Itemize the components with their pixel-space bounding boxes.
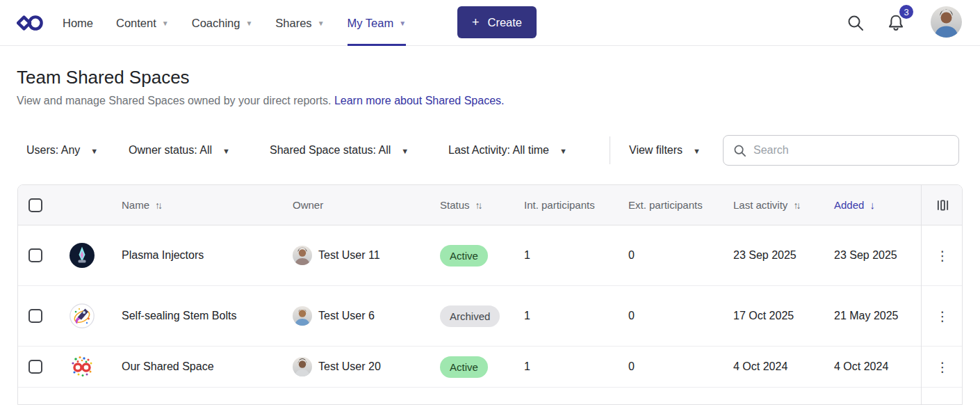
int-participants-value: 1 (524, 360, 530, 372)
chevron-down-icon: ▼ (318, 19, 325, 27)
sort-icon[interactable]: ↑↓ (475, 200, 483, 211)
person-icon (293, 306, 312, 326)
filter-last-activity-label: Last Activity: All time (448, 144, 549, 157)
user-avatar[interactable] (931, 6, 962, 38)
filter-owner-status-dropdown[interactable]: Owner status: All ▼ (129, 135, 230, 166)
added-value: 4 Oct 2024 (834, 360, 888, 373)
chevron-down-icon: ▼ (401, 146, 409, 155)
space-icon-confetti-infinity (70, 354, 95, 379)
space-name: Plasma Injectors (122, 249, 204, 262)
filter-users-dropdown[interactable]: Users: Any ▼ (26, 135, 98, 166)
last-activity-value: 23 Sep 2025 (733, 249, 797, 262)
nav-item-home[interactable]: Home (63, 0, 93, 46)
row-checkbox[interactable] (28, 360, 42, 374)
nav-item-shares[interactable]: Shares ▼ (275, 0, 324, 46)
space-icon-plasma-orb (70, 243, 95, 268)
space-name: Our Shared Space (122, 360, 214, 373)
row-actions-menu-icon[interactable]: ⋮ (936, 310, 949, 323)
notification-count-badge[interactable]: 3 (898, 3, 915, 20)
column-settings-icon[interactable] (936, 199, 949, 212)
row-checkbox[interactable] (28, 248, 42, 262)
ext-participants-value: 0 (628, 360, 635, 372)
chevron-down-icon: ▼ (245, 19, 252, 27)
filter-last-activity-dropdown[interactable]: Last Activity: All time ▼ (448, 135, 567, 166)
nav-my-team-label: My Team (348, 17, 394, 30)
nav-item-coaching[interactable]: Coaching ▼ (192, 0, 253, 46)
plus-icon: + (472, 15, 480, 30)
column-header-status[interactable]: Status (440, 199, 470, 211)
person-icon (931, 6, 962, 38)
create-button[interactable]: + Create (457, 6, 537, 38)
team-shared-spaces-page: Home Content ▼ Coaching ▼ Shares ▼ My Te… (0, 0, 980, 405)
page-subtitle: View and manage Shared Spaces owned by y… (17, 95, 504, 107)
owner-name: Test User 6 (318, 310, 375, 322)
filter-owner-status-label: Owner status: All (129, 144, 212, 157)
search-icon (733, 144, 746, 157)
nav-coaching-label: Coaching (192, 17, 240, 30)
person-icon (293, 357, 312, 376)
table-row[interactable]: Our Shared Space Test User 20 Active 1 0… (18, 347, 962, 388)
column-header-int-participants: Int. participants (524, 199, 595, 211)
brand-logo-icon[interactable] (17, 11, 44, 35)
table-row[interactable]: Self-sealing Stem Bolts Test User 6 Arch… (18, 286, 962, 347)
chevron-down-icon: ▼ (560, 146, 567, 155)
owner-name: Test User 20 (318, 360, 381, 373)
ext-participants-value: 0 (628, 249, 635, 261)
owner-name: Test User 11 (318, 249, 380, 262)
added-value: 23 Sep 2025 (834, 249, 897, 262)
chevron-down-icon: ▼ (162, 19, 169, 27)
table-search-box (723, 135, 959, 166)
column-header-owner: Owner (293, 199, 323, 211)
filter-space-status-label: Shared Space status: All (270, 144, 391, 157)
subtitle-text: View and manage Shared Spaces owned by y… (17, 95, 331, 106)
sort-icon[interactable]: ↑↓ (793, 200, 801, 211)
shared-spaces-table: Name ↑↓ Owner Status ↑↓ Int. participant… (17, 184, 963, 405)
global-search-button[interactable] (842, 9, 869, 37)
row-actions-menu-icon[interactable]: ⋮ (936, 360, 949, 374)
int-participants-value: 1 (524, 249, 530, 261)
view-filters-dropdown[interactable]: View filters ▼ (629, 135, 701, 166)
column-header-last-activity[interactable]: Last activity (733, 199, 787, 211)
row-actions-menu-icon[interactable]: ⋮ (936, 249, 949, 262)
status-badge: Active (440, 356, 488, 378)
select-all-checkbox[interactable] (28, 198, 42, 212)
view-filters-label: View filters (629, 144, 683, 157)
search-input[interactable] (753, 144, 941, 157)
nav-item-content[interactable]: Content ▼ (116, 0, 169, 46)
nav-item-my-team[interactable]: My Team ▼ (348, 0, 407, 46)
last-activity-value: 17 Oct 2025 (733, 310, 794, 322)
owner-avatar (293, 357, 312, 376)
int-participants-value: 1 (524, 310, 530, 321)
chevron-down-icon: ▼ (399, 19, 406, 27)
page-title: Team Shared Spaces (17, 67, 190, 88)
nav-shares-label: Shares (275, 17, 311, 30)
filter-users-label: Users: Any (26, 144, 80, 157)
status-badge: Active (440, 245, 488, 267)
column-header-added[interactable]: Added (834, 199, 864, 211)
table-header-row: Name ↑↓ Owner Status ↑↓ Int. participant… (18, 185, 962, 225)
create-button-label: Create (487, 16, 522, 29)
space-icon-rocket (70, 303, 95, 328)
filter-space-status-dropdown[interactable]: Shared Space status: All ▼ (270, 135, 409, 166)
last-activity-value: 4 Oct 2024 (733, 360, 787, 373)
chevron-down-icon: ▼ (90, 146, 98, 155)
status-badge: Archived (440, 305, 500, 327)
chevron-down-icon: ▼ (222, 146, 230, 155)
column-header-ext-participants: Ext. participants (628, 199, 703, 211)
space-name: Self-sealing Stem Bolts (122, 310, 236, 322)
table-row[interactable]: Plasma Injectors Test User 11 Active 1 0… (18, 225, 962, 286)
owner-avatar (293, 246, 312, 265)
chevron-down-icon: ▼ (693, 146, 701, 155)
actions-column-divider (921, 185, 922, 404)
row-checkbox[interactable] (28, 309, 42, 323)
top-navigation-bar: Home Content ▼ Coaching ▼ Shares ▼ My Te… (0, 0, 980, 46)
learn-more-link[interactable]: Learn more about Shared Spaces. (334, 95, 505, 106)
nav-menu: Home Content ▼ Coaching ▼ Shares ▼ My Te… (63, 0, 429, 46)
filter-divider (610, 136, 610, 164)
nav-content-label: Content (116, 17, 156, 30)
sort-descending-icon[interactable]: ↓ (869, 199, 875, 211)
sort-icon[interactable]: ↑↓ (155, 200, 163, 211)
column-header-name[interactable]: Name (122, 199, 149, 211)
ext-participants-value: 0 (628, 310, 635, 321)
nav-home-label: Home (63, 17, 93, 30)
